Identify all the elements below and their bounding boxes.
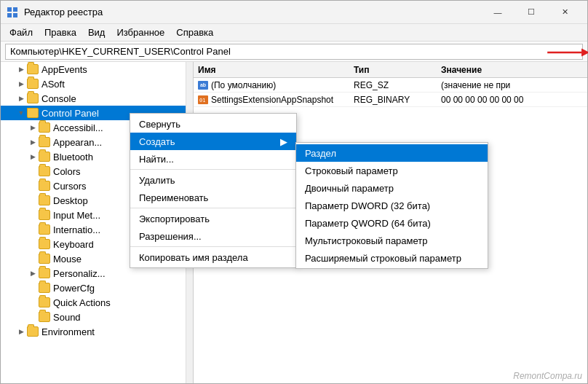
cell-value: (значение не при — [441, 80, 587, 90]
expander-icon — [27, 224, 39, 235]
tree-label: AppEvents — [41, 64, 87, 75]
expander-icon: ▶ — [27, 136, 39, 148]
menu-favorites[interactable]: Избранное — [111, 25, 170, 41]
expander-icon — [27, 165, 39, 177]
row-name: (По умолчанию) — [211, 80, 276, 90]
sub-item-qword[interactable]: Параметр QWORD (64 бита) — [296, 214, 488, 232]
context-menu[interactable]: Свернуть Создать ▶ Найти... Удалить Пере… — [130, 113, 297, 268]
ctx-item-delete[interactable]: Удалить — [130, 171, 296, 189]
sub-item-multistring[interactable]: Мультистроковый параметр — [296, 232, 488, 249]
folder-icon — [39, 239, 50, 249]
sub-item-expandable-string[interactable]: Расширяемый строковый параметр — [296, 249, 488, 267]
tree-item-personalize[interactable]: ▶ Personaliz... — [1, 266, 193, 281]
table-row[interactable]: ab (По умолчанию) REG_SZ (значение не пр… — [194, 78, 587, 93]
ctx-separator — [130, 169, 296, 170]
svg-marker-5 — [581, 48, 588, 56]
tree-item-asoft[interactable]: ▶ ASoft — [1, 77, 193, 91]
address-bar: Компьютер\HKEY_CURRENT_USER\Control Pane… — [1, 42, 587, 62]
ctx-item-find[interactable]: Найти... — [130, 150, 296, 168]
tree-label: Environment — [41, 326, 95, 337]
expander-icon: ▼ — [15, 107, 27, 119]
submenu-arrow-icon: ▶ — [280, 136, 287, 147]
tree-label: Bluetooth — [53, 152, 93, 162]
close-button[interactable]: ✕ — [548, 1, 581, 24]
tree-item-appevents[interactable]: ▶ AppEvents — [1, 62, 193, 77]
ctx-item-permissions[interactable]: Разрешения... — [130, 227, 296, 245]
expander-icon — [27, 180, 39, 192]
ctx-item-create[interactable]: Создать ▶ — [130, 133, 296, 150]
svg-text:01: 01 — [199, 98, 205, 103]
tree-label: PowerCfg — [53, 283, 95, 294]
ctx-item-copy-key-name[interactable]: Копировать имя раздела — [130, 248, 296, 266]
cell-value: 00 00 00 00 00 00 00 — [441, 95, 587, 105]
expander-icon: ▶ — [15, 326, 27, 337]
folder-icon — [39, 137, 50, 147]
window-title: Редактор реестра — [24, 7, 481, 17]
tree-label: Control Panel — [41, 108, 99, 119]
ctx-separator — [130, 246, 296, 247]
expander-icon — [27, 297, 39, 308]
expander-icon: ▶ — [15, 93, 27, 104]
tree-label: Internatio... — [53, 224, 100, 235]
window-controls: — ☐ ✕ — [481, 1, 581, 24]
tree-label: Appearan... — [53, 137, 102, 148]
ctx-item-rename[interactable]: Переименовать — [130, 189, 296, 206]
expander-icon — [27, 209, 39, 221]
tree-label: Cursors — [53, 181, 87, 192]
reg-bin-icon: 01 — [198, 95, 208, 104]
tree-label: ASoft — [41, 79, 65, 90]
folder-icon — [39, 122, 50, 133]
menu-file[interactable]: Файл — [4, 25, 39, 41]
table-row[interactable]: 01 SettingsExtensionAppSnapshot REG_BINA… — [194, 93, 587, 107]
tree-label: Sound — [53, 312, 81, 323]
address-path[interactable]: Компьютер\HKEY_CURRENT_USER\Control Pane… — [5, 44, 583, 60]
folder-icon — [39, 210, 50, 220]
tree-item-powercfg[interactable]: PowerCfg — [1, 281, 193, 295]
cell-type: REG_BINARY — [354, 95, 441, 105]
ctx-separator — [130, 208, 296, 208]
col-type-header: Тип — [354, 65, 441, 75]
sub-item-section[interactable]: Раздел — [296, 144, 488, 162]
folder-icon — [39, 268, 50, 278]
app-icon — [7, 7, 18, 18]
maximize-button[interactable]: ☐ — [514, 1, 548, 24]
folder-icon — [27, 326, 39, 337]
reg-sz-icon: ab — [198, 81, 208, 90]
ctx-item-collapse[interactable]: Свернуть — [130, 115, 296, 133]
tree-item-environment[interactable]: ▶ Environment — [1, 324, 193, 339]
menu-help[interactable]: Справка — [170, 25, 219, 41]
registry-editor-window: Редактор реестра — ☐ ✕ Файл Правка Вид И… — [0, 0, 588, 384]
svg-rect-2 — [7, 13, 12, 17]
expander-icon: ▶ — [15, 78, 27, 90]
menu-bar: Файл Правка Вид Избранное Справка — [1, 24, 587, 42]
svg-rect-3 — [13, 13, 17, 17]
folder-icon — [39, 166, 50, 176]
svg-rect-0 — [7, 7, 12, 12]
cell-name: 01 SettingsExtensionAppSnapshot — [194, 95, 354, 105]
expander-icon — [27, 195, 39, 206]
folder-icon — [39, 152, 50, 162]
expander-icon: ▶ — [27, 122, 39, 133]
sub-item-dword[interactable]: Параметр DWORD (32 бита) — [296, 197, 488, 214]
expander-icon — [27, 282, 39, 294]
table-header: Имя Тип Значение — [194, 62, 587, 78]
sub-item-string[interactable]: Строковый параметр — [296, 162, 488, 179]
tree-item-sound[interactable]: Sound — [1, 310, 193, 324]
address-path-text: Компьютер\HKEY_CURRENT_USER\Control Pane… — [10, 46, 231, 57]
menu-edit[interactable]: Правка — [39, 25, 82, 41]
tree-label: Quick Actions — [53, 297, 111, 308]
folder-icon — [39, 195, 50, 205]
tree-item-quickactions[interactable]: Quick Actions — [1, 295, 193, 310]
cell-name: ab (По умолчанию) — [194, 80, 354, 90]
folder-icon — [39, 181, 50, 191]
minimize-button[interactable]: — — [481, 1, 514, 24]
tree-item-console[interactable]: ▶ Console — [1, 91, 193, 106]
tree-label: Keyboard — [53, 239, 94, 250]
sub-item-binary[interactable]: Двоичный параметр — [296, 179, 488, 197]
folder-icon — [27, 79, 39, 89]
svg-rect-1 — [13, 7, 17, 12]
menu-view[interactable]: Вид — [82, 25, 111, 41]
ctx-item-export[interactable]: Экспортировать — [130, 210, 296, 227]
sub-menu[interactable]: Раздел Строковый параметр Двоичный парам… — [295, 142, 488, 269]
folder-icon — [39, 254, 50, 264]
